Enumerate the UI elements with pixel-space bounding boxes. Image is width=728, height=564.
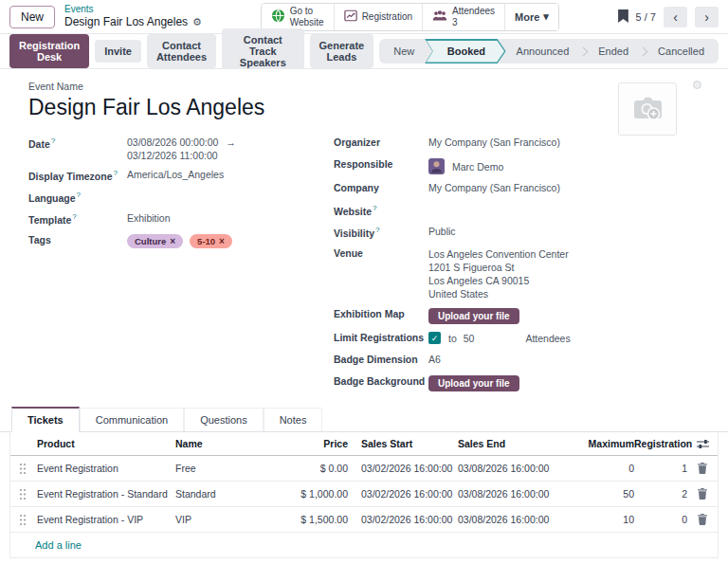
page-title: Design Fair Los Angeles <box>64 15 188 28</box>
field-tags: Tags Culture × 5-10 × <box>28 234 324 248</box>
table-header-row: Product Name Price Sales Start Sales End… <box>10 432 718 456</box>
stage-announced[interactable]: Announced <box>504 39 582 64</box>
responsible-select[interactable]: Marc Demo <box>452 161 503 173</box>
cell-price[interactable]: $ 0.00 <box>278 463 348 474</box>
drag-handle-icon[interactable] <box>10 514 35 526</box>
tab-communication[interactable]: Communication <box>80 408 184 431</box>
header-registration[interactable]: Registration <box>634 438 687 449</box>
cell-sales-end[interactable]: 03/08/2026 16:00:00 <box>445 514 558 525</box>
cell-sales-end[interactable]: 03/08/2026 16:00:00 <box>445 488 558 500</box>
delete-row-icon[interactable] <box>687 488 718 500</box>
cell-product[interactable]: Event Registration <box>35 463 175 474</box>
cell-maximum[interactable]: 50 <box>558 488 634 500</box>
gear-icon[interactable]: ⚙ <box>192 16 202 28</box>
go-to-website-button[interactable]: Go to Website <box>262 4 334 30</box>
cell-sales-start[interactable]: 03/02/2026 16:00:00 <box>348 514 445 525</box>
help-icon[interactable]: ? <box>72 212 76 221</box>
venue-address[interactable]: Los Angeles Convention Center 1201 S Fig… <box>428 247 569 300</box>
tab-questions[interactable]: Questions <box>184 408 264 431</box>
tab-tickets[interactable]: Tickets <box>11 407 80 432</box>
pager-previous-button[interactable]: ‹ <box>664 7 687 27</box>
organizer-select[interactable]: My Company (San Francisco) <box>428 136 560 148</box>
stage-ended[interactable]: Ended <box>586 39 641 64</box>
breadcrumb: Events Design Fair Los Angeles ⚙ <box>64 4 202 28</box>
header-sales-end[interactable]: Sales End <box>445 438 558 449</box>
delete-row-icon[interactable] <box>687 514 718 525</box>
header-maximum[interactable]: Maximum <box>558 438 634 449</box>
limit-registrations-label: Limit Registrations <box>334 332 428 343</box>
cell-price[interactable]: $ 1,500.00 <box>278 514 348 525</box>
tab-notes[interactable]: Notes <box>264 408 323 431</box>
table-row[interactable]: Event Registration Free $ 0.00 03/02/202… <box>10 456 718 482</box>
table-row[interactable]: Event Registration - Standard Standard $… <box>10 482 718 507</box>
drag-handle-icon[interactable] <box>10 463 35 475</box>
registration-stat-button[interactable]: Registration <box>334 4 422 30</box>
cell-name[interactable]: Free <box>175 463 278 474</box>
drag-handle-icon[interactable] <box>10 488 35 500</box>
add-a-line-link[interactable]: Add a line <box>35 539 82 551</box>
visibility-select[interactable]: Public <box>428 226 456 237</box>
attendees-stat-label: Attendees 3 <box>452 6 495 28</box>
cell-product[interactable]: Event Registration - Standard <box>35 488 175 500</box>
smart-button-group: Go to Website Registration Attendees 3 M… <box>261 3 559 31</box>
badge-background-upload-button[interactable]: Upload your file <box>428 375 519 391</box>
stage-cancelled[interactable]: Cancelled <box>646 39 717 64</box>
help-icon[interactable]: ? <box>375 226 379 234</box>
event-image-upload[interactable] <box>618 82 677 136</box>
cell-name[interactable]: VIP <box>175 514 278 525</box>
kanban-state-circle[interactable] <box>693 81 701 89</box>
pager: 5 / 7 ‹ › <box>618 7 719 27</box>
cell-maximum[interactable]: 10 <box>558 514 634 525</box>
date-end-input[interactable]: 03/12/2026 11:00:00 <box>127 150 218 161</box>
stage-new[interactable]: New <box>381 39 427 64</box>
company-select[interactable]: My Company (San Francisco) <box>428 182 560 193</box>
template-select[interactable]: Exhibition <box>127 212 171 224</box>
cell-product[interactable]: Event Registration - VIP <box>35 514 175 525</box>
pager-next-button[interactable]: › <box>695 7 719 27</box>
breadcrumb-parent[interactable]: Events <box>64 4 202 15</box>
tag-5-10[interactable]: 5-10 × <box>190 234 232 248</box>
limit-to-label: to <box>448 333 457 344</box>
optional-columns-icon[interactable] <box>687 439 718 449</box>
tag-culture[interactable]: Culture × <box>127 234 183 248</box>
header-sales-start[interactable]: Sales Start <box>348 438 445 449</box>
help-icon[interactable]: ? <box>114 169 118 177</box>
cell-price[interactable]: $ 1,000.00 <box>278 488 348 500</box>
cell-name[interactable]: Standard <box>175 488 278 500</box>
more-dropdown[interactable]: More ▾ <box>504 4 558 30</box>
cell-maximum[interactable]: 0 <box>558 463 634 474</box>
cell-sales-start[interactable]: 03/02/2026 16:00:00 <box>348 463 445 474</box>
bookmark-icon[interactable] <box>618 9 628 25</box>
header-product[interactable]: Product <box>35 438 175 449</box>
help-icon[interactable]: ? <box>51 136 55 145</box>
help-icon[interactable]: ? <box>77 191 81 199</box>
display-timezone-select[interactable]: America/Los_Angeles <box>127 169 224 180</box>
stage-booked[interactable]: Booked <box>425 39 505 64</box>
limit-value-input[interactable]: 50 <box>464 333 475 344</box>
tag-remove-icon[interactable]: × <box>170 236 175 246</box>
table-row[interactable]: Event Registration - VIP VIP $ 1,500.00 … <box>10 507 718 533</box>
chart-icon <box>344 9 357 24</box>
header-price[interactable]: Price <box>278 438 348 449</box>
contact-track-speakers-button[interactable]: Contact Track Speakers <box>222 28 303 74</box>
registration-desk-button[interactable]: Registration Desk <box>9 34 89 68</box>
field-date: Date? 03/08/2026 00:00:00 → 03/12/2026 1… <box>28 136 324 161</box>
contact-attendees-button[interactable]: Contact Attendees <box>147 34 216 68</box>
invite-button[interactable]: Invite <box>95 40 141 63</box>
limit-registrations-checkbox[interactable]: ✓ <box>428 332 441 344</box>
cell-sales-end[interactable]: 03/08/2026 16:00:00 <box>445 463 558 474</box>
new-button[interactable]: New <box>9 6 55 28</box>
tag-remove-icon[interactable]: × <box>219 236 225 246</box>
generate-leads-button[interactable]: Generate Leads <box>310 34 374 68</box>
event-name-input[interactable]: Design Fair Los Angeles <box>28 95 700 120</box>
form-sheet: Event Name Design Fair Los Angeles Date?… <box>0 69 728 399</box>
header-name[interactable]: Name <box>175 438 278 449</box>
delete-row-icon[interactable] <box>687 463 718 474</box>
badge-dimension-select[interactable]: A6 <box>428 354 441 365</box>
exhibition-map-upload-button[interactable]: Upload your file <box>428 308 519 324</box>
date-start-input[interactable]: 03/08/2026 00:00:00 <box>127 136 218 148</box>
cell-sales-start[interactable]: 03/02/2026 16:00:00 <box>348 488 445 500</box>
field-responsible: Responsible Marc Demo <box>334 158 639 174</box>
attendees-stat-button[interactable]: Attendees 3 <box>422 4 504 30</box>
help-icon[interactable]: ? <box>373 204 376 212</box>
